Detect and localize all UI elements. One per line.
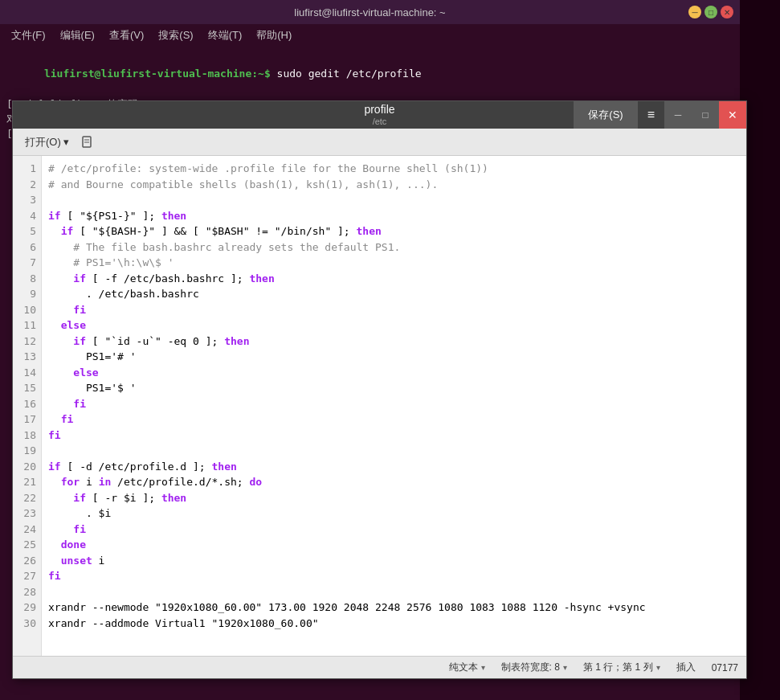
statusbar-format-label: 纯文本 (449, 661, 478, 674)
gedit-open-chevron: ▾ (63, 136, 69, 148)
statusbar-position-chevron: ▾ (656, 663, 660, 672)
statusbar-position-label: 第 1 行；第 1 列 (583, 661, 653, 674)
terminal-close-button[interactable]: ✕ (721, 6, 733, 18)
statusbar-position: 第 1 行；第 1 列 ▾ (583, 661, 660, 674)
statusbar-chars-label: 07177 (712, 662, 738, 673)
terminal-menu-view[interactable]: 查看(V) (103, 27, 150, 44)
terminal-minimize-button[interactable]: ─ (688, 6, 701, 18)
gedit-title-controls: 保存(S) ≡ ─ □ ✕ (574, 101, 746, 129)
gedit-minimize-button[interactable]: ─ (664, 101, 692, 129)
gedit-title-center: profile /etc (364, 103, 394, 127)
terminal-menu-search[interactable]: 搜索(S) (152, 27, 199, 44)
statusbar-format[interactable]: 纯文本 ▾ (449, 661, 485, 674)
terminal-menu-edit[interactable]: 编辑(E) (54, 27, 101, 44)
terminal-titlebar: liufirst@liufirst-virtual-machine: ~ ─ □… (0, 0, 740, 24)
terminal-prompt-user: liufirst@liufirst-virtual-machine (44, 68, 251, 80)
terminal-menu-terminal[interactable]: 终端(T) (202, 27, 249, 44)
gedit-save-button[interactable]: 保存(S) (574, 101, 637, 129)
gedit-open-button[interactable]: 打开(O) ▾ (18, 132, 76, 153)
gedit-open-label: 打开(O) (25, 135, 61, 149)
gedit-menu-button[interactable]: ≡ (638, 101, 664, 129)
gedit-line-numbers: 1 2 3 4 5 6 7 8 9 10 11 12 13 14 15 16 1… (13, 156, 42, 656)
statusbar-chars: 07177 (712, 662, 738, 673)
gedit-code-area[interactable]: # /etc/profile: system-wide .profile fil… (42, 156, 746, 656)
gedit-window-controls: ─ □ ✕ (664, 101, 746, 129)
statusbar-tab-width[interactable]: 制表符宽度: 8 ▾ (501, 661, 567, 674)
gedit-toolbar: 打开(O) ▾ (13, 129, 746, 156)
gedit-statusbar: 纯文本 ▾ 制表符宽度: 8 ▾ 第 1 行；第 1 列 ▾ 插入 07177 (13, 656, 746, 678)
statusbar-mode[interactable]: 插入 (676, 661, 696, 674)
statusbar-tab-chevron: ▾ (563, 663, 567, 672)
gedit-maximize-button[interactable]: □ (692, 101, 719, 129)
terminal-title: liufirst@liufirst-virtual-machine: ~ (294, 6, 445, 18)
gedit-titlebar: profile /etc 保存(S) ≡ ─ □ ✕ (13, 101, 746, 129)
gedit-window: profile /etc 保存(S) ≡ ─ □ ✕ 打开(O) ▾ (12, 100, 747, 679)
terminal-menu-file[interactable]: 文件(F) (5, 27, 52, 44)
statusbar-format-chevron: ▾ (481, 663, 485, 672)
gedit-editor-area: 1 2 3 4 5 6 7 8 9 10 11 12 13 14 15 16 1… (13, 156, 746, 656)
terminal-menu-help[interactable]: 帮助(H) (250, 27, 298, 44)
terminal-maximize-button[interactable]: □ (704, 6, 717, 18)
gedit-close-button[interactable]: ✕ (719, 101, 746, 129)
gedit-toolbar-icon[interactable] (80, 134, 96, 150)
terminal-menu: 文件(F) 编辑(E) 查看(V) 搜索(S) 终端(T) 帮助(H) (0, 24, 740, 47)
file-icon (80, 135, 95, 149)
statusbar-tab-label: 制表符宽度: 8 (501, 661, 560, 674)
gedit-title-name: profile (364, 103, 394, 117)
statusbar-mode-label: 插入 (676, 661, 696, 674)
terminal-line-1: liufirst@liufirst-virtual-machine:~$ sud… (6, 51, 733, 97)
terminal-window-controls: ─ □ ✕ (688, 6, 733, 18)
gedit-title-path: /etc (373, 117, 387, 127)
